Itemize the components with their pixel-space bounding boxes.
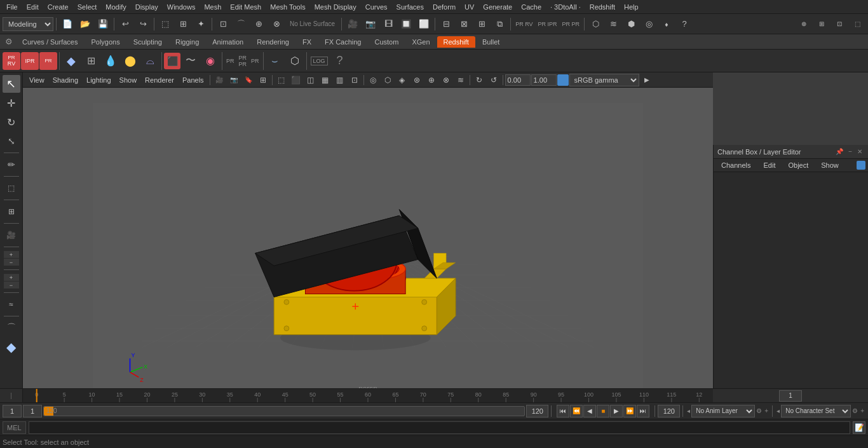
menu-mesh[interactable]: Mesh (200, 2, 225, 12)
lt-snap2[interactable]: + − (3, 273, 20, 290)
vt-cam-icon[interactable]: 🎥 (212, 74, 226, 86)
tb-render2[interactable]: ⬜ (416, 16, 432, 32)
shelf-icon-circle[interactable]: ◉ (201, 51, 220, 71)
menu-surfaces[interactable]: Surfaces (393, 2, 428, 12)
cmd-script-icon[interactable]: 📝 (853, 421, 865, 434)
menu-file[interactable]: File (3, 2, 22, 12)
shelf-icon-dome[interactable]: ⌓ (140, 51, 159, 71)
shelf-icon-drop[interactable]: 💧 (101, 51, 120, 71)
tb-no-live[interactable]: No Live Surface (286, 16, 339, 32)
tb-redo[interactable]: ↪ (135, 16, 151, 32)
lt-region[interactable]: ⬚ (3, 179, 20, 197)
shelf-icon-pr2[interactable]: PR (224, 51, 236, 71)
tb-snap-curve[interactable]: ⌒ (233, 16, 249, 32)
vt-coord-x[interactable]: 0.00 (505, 74, 531, 86)
tb-extra1[interactable]: ⬡ (587, 16, 604, 32)
tb-cam2[interactable]: 📷 (362, 16, 379, 32)
vt-icon12[interactable]: ⬡ (381, 74, 395, 86)
vt-bookmark[interactable]: 🔖 (241, 74, 255, 86)
vt-view[interactable]: View (25, 75, 48, 85)
vt-icon13[interactable]: ◈ (395, 74, 409, 86)
vt-icon17[interactable]: ≋ (454, 74, 468, 86)
tb-extra4[interactable]: ◎ (641, 16, 657, 32)
tb-render1[interactable]: 🔲 (398, 16, 414, 32)
tb-cam1[interactable]: 🎥 (344, 16, 361, 32)
vt-show[interactable]: Show (116, 75, 141, 85)
shelf-tab-fx[interactable]: FX (296, 36, 318, 48)
shelf-tab-animation[interactable]: Animation (206, 36, 250, 48)
vt-icon8[interactable]: ▦ (318, 74, 332, 86)
shelf-icon-red-cube[interactable]: ⬛ (164, 53, 180, 69)
tb-right4[interactable]: ⬚ (849, 16, 865, 32)
tb-undo[interactable]: ↩ (117, 16, 133, 32)
shelf-tab-polygons[interactable]: Polygons (85, 36, 126, 48)
vt-icon4[interactable]: ⊞ (256, 74, 270, 86)
menu-3dtoall[interactable]: · 3DtoAll · (546, 2, 585, 12)
vt-icon5[interactable]: ⬚ (275, 74, 288, 86)
bc-frame-end[interactable]: 120 (526, 405, 548, 417)
tb-right1[interactable]: ⊕ (796, 16, 812, 32)
tb-paint[interactable]: ✦ (193, 16, 209, 32)
shelf-icon-pr[interactable]: PR (39, 52, 57, 70)
tb-win1[interactable]: ⊟ (438, 16, 454, 32)
tb-display1[interactable]: PR RV (513, 16, 534, 32)
vt-icon10[interactable]: ⊡ (348, 74, 362, 86)
lt-grid-icon[interactable]: ⊞ (3, 203, 20, 221)
shelf-tab-custom[interactable]: Custom (369, 36, 405, 48)
menu-mesh-tools[interactable]: Mesh Tools (266, 2, 309, 12)
anim-layer-dropdown[interactable]: No Anim Layer (691, 405, 755, 417)
lt-minus-btn[interactable]: − (4, 259, 19, 266)
lt-select-tool[interactable]: ↖ (3, 75, 20, 93)
bc-frame-start[interactable]: 1 (3, 405, 22, 417)
shelf-tab-bullet[interactable]: Bullet (476, 36, 506, 48)
tb-display3[interactable]: PR PR (560, 16, 582, 32)
anim-layer-plus[interactable]: + (763, 407, 770, 414)
lt-cam-tool[interactable]: 🎥 (3, 226, 20, 244)
vt-coord-y[interactable]: 1.00 (531, 74, 557, 86)
cb-tab-object[interactable]: Object (783, 160, 813, 170)
tb-lasso[interactable]: ⊞ (175, 16, 191, 32)
tb-open[interactable]: 📂 (77, 16, 93, 32)
tb-snap-grid[interactable]: ⊡ (215, 16, 231, 32)
menu-mesh-display[interactable]: Mesh Display (311, 2, 360, 12)
mode-dropdown[interactable]: Modeling (3, 17, 53, 31)
cb-tab-show[interactable]: Show (816, 160, 844, 170)
timeline-ruler[interactable]: 0 5 10 15 20 25 30 35 40 45 50 (23, 389, 713, 403)
bc-anim-end[interactable]: 200 (658, 405, 680, 417)
shelf-icon-diamond[interactable]: ◆ (62, 51, 81, 71)
pb-stop[interactable]: ■ (597, 405, 609, 417)
lt-move-tool[interactable]: ✛ (3, 94, 20, 112)
lt-rotate-tool[interactable]: ↻ (3, 113, 20, 131)
tb-select[interactable]: ⬚ (157, 16, 173, 32)
tb-extra2[interactable]: ≋ (605, 16, 621, 32)
vt-icon11[interactable]: ◎ (366, 74, 380, 86)
lt-plus2[interactable]: + (4, 274, 19, 281)
tb-snap-point[interactable]: ⊕ (250, 16, 267, 32)
panel-pin-icon[interactable]: 📌 (834, 147, 845, 156)
cmd-input-field[interactable] (29, 421, 850, 434)
shelf-tab-redshift[interactable]: Redshift (437, 36, 475, 48)
vt-panels[interactable]: Panels (179, 75, 208, 85)
tb-win4[interactable]: ⧉ (491, 16, 508, 32)
menu-select[interactable]: Select (74, 2, 101, 12)
timeline-frame-input[interactable]: 1 (779, 390, 802, 402)
viewport-canvas[interactable]: PANIC (23, 88, 713, 388)
menu-help[interactable]: Help (620, 2, 642, 12)
shelf-icon-question[interactable]: ? (330, 51, 349, 71)
menu-edit[interactable]: Edit (23, 2, 43, 12)
shelf-icon-wave[interactable]: 〜 (181, 51, 200, 71)
tb-display2[interactable]: PR IPR (536, 16, 559, 32)
menu-uv[interactable]: UV (461, 2, 478, 12)
shelf-tab-rendering[interactable]: Rendering (250, 36, 295, 48)
shelf-tab-fxcaching[interactable]: FX Caching (318, 36, 367, 48)
char-set-plus[interactable]: + (859, 407, 865, 414)
shelf-tab-xgen[interactable]: XGen (405, 36, 436, 48)
lt-plus-btn[interactable]: + (4, 251, 19, 258)
shelf-icon-rv[interactable]: PRRV (3, 52, 20, 70)
vt-renderer[interactable]: Renderer (141, 75, 178, 85)
lt-snap-icon[interactable]: + − (3, 250, 20, 267)
shelf-icon-bowl[interactable]: ⌣ (266, 51, 285, 71)
panel-minimize-icon[interactable]: − (846, 147, 854, 156)
tb-extra5[interactable]: ⬧ (658, 16, 675, 32)
vt-cam2[interactable]: 📷 (227, 74, 241, 86)
